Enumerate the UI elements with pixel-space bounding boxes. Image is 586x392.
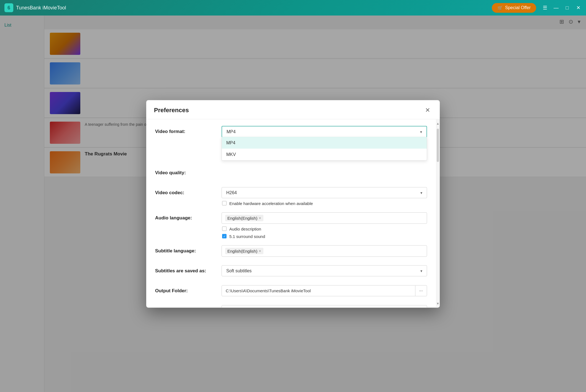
video-format-dropdown[interactable]: MP4 ▾ [222,126,427,137]
video-codec-dropdown[interactable]: H264 ▾ [222,187,427,198]
subtitles-saved-as-label: Subtitles are saved as: [155,265,222,273]
video-quality-label: Video quality: [155,167,222,175]
dialog-close-button[interactable]: ✕ [423,106,432,114]
video-format-option-mkv[interactable]: MKV [222,148,427,160]
output-folder-path: C:\Users\A\Documents\TunesBank iMovieToo… [222,286,415,296]
dialog-body: Video format: MP4 ▾ MP4 MKV [146,119,440,308]
app-title: TunesBank iMovieTool [16,5,492,11]
menu-icon[interactable]: ☰ [542,4,548,11]
video-format-menu: MP4 MKV [222,137,427,160]
subtitles-saved-as-control: Soft subtitles ▾ [222,265,427,276]
window-controls: ☰ — □ ✕ [542,4,582,11]
audio-language-row: Audio language: English(English) × Audio… [155,212,427,239]
audio-desc-row: Audio description [222,226,427,231]
subtitle-language-label: Subtitle language: [155,245,222,253]
download-speed-dropdown[interactable]: high ▾ [222,305,427,308]
special-offer-button[interactable]: 🛒 Special Offer [492,3,536,13]
dialog-header: Preferences ✕ [146,100,440,119]
output-folder-input: C:\Users\A\Documents\TunesBank iMovieToo… [222,285,427,296]
download-speed-row: Download speed: high ▾ [155,305,427,308]
output-folder-browse-button[interactable]: ··· [415,285,427,296]
video-format-option-mp4[interactable]: MP4 [222,137,427,148]
chevron-down-icon: ▾ [420,190,422,195]
video-codec-label: Video codec: [155,187,222,195]
audio-language-tag-remove[interactable]: × [259,216,261,220]
subtitle-language-input[interactable]: English(English) × [222,245,427,257]
minimize-button[interactable]: — [553,4,559,11]
audio-description-checkbox[interactable] [222,227,227,231]
dialog-scrollbar[interactable]: ▲ ▼ [436,119,440,308]
video-format-control: MP4 ▾ MP4 MKV [222,126,427,160]
preferences-dialog: Preferences ✕ Video format: MP4 ▾ [146,100,440,308]
audio-language-tag: English(English) × [225,215,263,221]
close-button[interactable]: ✕ [575,4,582,11]
scroll-up-arrow[interactable]: ▲ [435,120,440,126]
titlebar: 6 TunesBank iMovieTool 🛒 Special Offer ☰… [0,0,586,16]
subtitles-saved-as-value: Soft subtitles [226,268,252,273]
audio-description-label: Audio description [229,226,261,231]
video-format-row: Video format: MP4 ▾ MP4 MKV [155,126,427,160]
subtitle-language-row: Subtitle language: English(English) × [155,245,427,258]
video-quality-row: Video quality: [155,167,427,180]
subtitle-language-control: English(English) × [222,245,427,257]
scroll-down-arrow[interactable]: ▼ [435,300,440,306]
subtitles-saved-as-row: Subtitles are saved as: Soft subtitles ▾ [155,265,427,278]
video-codec-control: H264 ▾ Enable hardware acceleration when… [222,187,427,206]
output-folder-row: Output Folder: C:\Users\A\Documents\Tune… [155,285,427,298]
app-content: List ⊞ ⊙ ▾ [0,16,586,392]
chevron-down-icon: ▾ [420,129,422,134]
audio-language-input[interactable]: English(English) × [222,212,427,224]
audio-language-label: Audio language: [155,212,222,221]
output-folder-label: Output Folder: [155,285,222,293]
video-codec-value: H264 [226,190,237,195]
dialog-title: Preferences [154,106,189,114]
maximize-button[interactable]: □ [564,4,570,11]
hw-acceleration-checkbox[interactable] [222,201,227,206]
hw-acceleration-label: Enable hardware acceleration when availa… [229,201,313,206]
audio-language-control: English(English) × Audio description ✓ [222,212,427,239]
chevron-down-icon: ▾ [420,268,422,273]
subtitle-language-tag: English(English) × [225,248,263,254]
surround-sound-checkbox[interactable]: ✓ [222,234,227,239]
surround-sound-row: ✓ 5.1 surround sound [222,234,427,239]
surround-sound-label: 5.1 surround sound [229,234,265,239]
video-format-label: Video format: [155,126,222,134]
checkmark-icon: ✓ [223,234,226,238]
output-folder-control: C:\Users\A\Documents\TunesBank iMovieToo… [222,285,427,296]
download-speed-control: high ▾ [222,305,427,308]
video-format-value: MP4 [227,129,236,134]
video-codec-row: Video codec: H264 ▾ Enable hardware acce… [155,187,427,206]
subtitle-language-tag-remove[interactable]: × [259,249,261,253]
app-logo: 6 [4,3,13,12]
download-speed-label: Download speed: [155,305,222,308]
subtitles-saved-as-dropdown[interactable]: Soft subtitles ▾ [222,265,427,276]
hw-acceleration-row: Enable hardware acceleration when availa… [222,201,427,206]
cart-icon: 🛒 [497,5,503,11]
scrollbar-thumb[interactable] [437,129,439,162]
dialog-content: Video format: MP4 ▾ MP4 MKV [146,119,436,308]
